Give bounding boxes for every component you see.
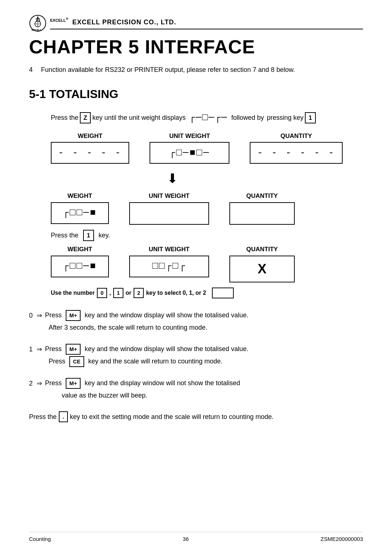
quantity-display-2 — [229, 202, 295, 225]
bottom-press-line: Press the . key to exit the setting mode… — [29, 411, 363, 422]
step-1-key[interactable]: M+ — [66, 344, 81, 355]
quantity-display-1: - - - - - - — [250, 142, 343, 164]
unitweight-section-2: UNIT WEIGHT — [129, 191, 209, 225]
quantity-val-2 — [258, 206, 266, 221]
unitweight-label-1: UNIT WEIGHT — [169, 131, 210, 141]
bottom-key[interactable]: . — [59, 411, 68, 422]
unitweight-display-1: ┌□─■□─ — [150, 142, 229, 164]
down-arrow-icon: ⬇ — [167, 171, 178, 186]
footer-right: ZSME200000003 — [320, 535, 363, 543]
display-group-1: WEIGHT - - - - - UNIT WEIGHT ┌□─■□─ QUAN… — [29, 131, 363, 164]
select-instruction-line: Use the number 0, 1 or 2 key to select 0… — [29, 288, 363, 298]
step-1-num: 1 ⇒ — [29, 344, 45, 354]
arrow-down: ⬇ — [29, 169, 363, 188]
quantity-val-1: - - - - - - — [257, 146, 335, 160]
select-end: key to select 0, 1, or 2 — [146, 289, 206, 297]
step-2-sub-text: value as the buzzer will beep. — [62, 392, 147, 399]
select-result-box — [212, 288, 234, 298]
footer-center: 36 — [183, 535, 189, 543]
bottom-text: key to exit the setting mode and the sca… — [70, 412, 274, 422]
unitweight-section-3: UNIT WEIGHT □□┌□┌ — [129, 245, 209, 277]
step-0-num: 0 ⇒ — [29, 310, 45, 321]
step-2-key[interactable]: M+ — [66, 378, 81, 389]
weight-val-3: ┌□□─■ — [63, 259, 97, 273]
press-1-label: Press the — [51, 232, 78, 239]
key-1-b[interactable]: 1 — [83, 230, 94, 241]
step-0: 0 ⇒ Press M+ key and the window display … — [29, 310, 363, 333]
step-1-press: Press — [45, 345, 62, 353]
quantity-label-1: QUANTITY — [281, 131, 312, 141]
section-title: 5-1 TOTALISING — [29, 85, 363, 103]
quantity-section-3: QUANTITY X — [229, 245, 295, 282]
z-key[interactable]: Z — [80, 112, 91, 124]
press-1-end: key. — [99, 232, 110, 239]
excell-logo: EXCELL — [29, 15, 46, 32]
step-0-number: 0 — [29, 312, 33, 319]
unitweight-section-1: UNIT WEIGHT ┌□─■□─ — [150, 131, 229, 164]
pressing-key-label: pressing key — [267, 113, 303, 123]
unitweight-label-2: UNIT WEIGHT — [149, 191, 189, 201]
press-1-line: Press the 1 key. — [29, 230, 363, 241]
select-text: Use the number — [51, 289, 95, 297]
weight-val-2: ┌□□─■ — [63, 206, 97, 220]
key-0[interactable]: 0 — [97, 288, 107, 298]
weight-label-1: WEIGHT — [78, 131, 102, 141]
intro-text: 4 Function available for RS232 or PRINTE… — [29, 65, 363, 75]
step-0-key[interactable]: M+ — [66, 310, 81, 321]
weight-val-1: - - - - - — [58, 146, 122, 160]
unitweight-val-1: ┌□─■□─ — [170, 146, 210, 160]
step-1-sub-key[interactable]: CE — [69, 356, 84, 367]
press-intro: Press the — [51, 113, 78, 123]
weight-section-2: WEIGHT ┌□□─■ — [51, 191, 109, 224]
display-group-3: WEIGHT ┌□□─■ UNIT WEIGHT □□┌□┌ QUANTITY … — [29, 245, 363, 282]
step-2-press: Press — [45, 379, 62, 387]
intro-number: 4 — [29, 66, 33, 73]
step-1-number: 1 — [29, 346, 33, 353]
press-end: followed by — [231, 113, 264, 123]
company-name: EXCELL PRECISION CO., LTD. — [72, 19, 176, 26]
press-mid: key until the unit weight displays — [92, 113, 185, 123]
step-0-text: key and the window display will show the… — [85, 311, 248, 319]
step-1: 1 ⇒ Press M+ key and the window display … — [29, 344, 363, 367]
unitweight-label-3: UNIT WEIGHT — [149, 245, 189, 254]
step-2-text: key and the display window will not show… — [85, 379, 240, 387]
press-z-line: Press the Z key until the unit weight di… — [29, 111, 363, 125]
unitweight-val-3: □□┌□┌ — [152, 259, 186, 273]
intro-body: Function available for RS232 or PRINTER … — [41, 66, 295, 73]
display-row-2: WEIGHT ┌□□─■ UNIT WEIGHT QUANTITY — [29, 191, 363, 225]
step-0-body: Press M+ key and the window display will… — [45, 310, 363, 333]
unitweight-display-2 — [129, 202, 209, 225]
step-2-number: 2 — [29, 380, 33, 387]
unitweight-display-3: □□┌□┌ — [129, 256, 209, 277]
step-1-sub-text: key and the scale will return to countin… — [88, 358, 222, 365]
footer-left: Counting — [29, 535, 51, 543]
step-2: 2 ⇒ Press M+ key and the display window … — [29, 378, 363, 401]
step-0-press: Press — [45, 311, 62, 319]
step-2-num: 2 ⇒ — [29, 378, 45, 388]
step-1-implies: ⇒ — [37, 346, 42, 353]
quantity-label-2: QUANTITY — [246, 191, 278, 201]
step-1-body: Press M+ key and the window display will… — [45, 344, 363, 367]
svg-text:EXCELL: EXCELL — [32, 29, 42, 31]
key-2[interactable]: 2 — [134, 288, 144, 298]
header: EXCELL EXCELL® EXCELL PRECISION CO., LTD… — [29, 15, 363, 32]
select-or: or — [126, 289, 131, 297]
chapter-title: CHAPTER 5 INTERFACE — [29, 33, 363, 61]
step-2-body: Press M+ key and the display window will… — [45, 378, 363, 401]
display-row-3: WEIGHT ┌□□─■ UNIT WEIGHT □□┌□┌ QUANTITY … — [29, 245, 363, 282]
key-1-press[interactable]: 1 — [305, 112, 315, 124]
bottom-press-label: Press the — [29, 412, 57, 422]
unitweight-val-2 — [166, 206, 173, 221]
weight-display-2: ┌□□─■ — [51, 202, 109, 224]
weight-section-3: WEIGHT ┌□□─■ — [51, 245, 109, 277]
center-display-inline: ┌─□─┌─ — [189, 111, 228, 125]
step-1-text: key and the window display will show the… — [85, 345, 248, 353]
quantity-section-2: QUANTITY — [229, 191, 295, 225]
step-2-implies: ⇒ — [37, 380, 42, 387]
weight-display-3: ┌□□─■ — [51, 256, 109, 277]
weight-display-1: - - - - - — [51, 142, 129, 164]
quantity-val-3: X — [258, 259, 266, 279]
key-1-c[interactable]: 1 — [113, 288, 123, 298]
footer: Counting 36 ZSME200000003 — [29, 532, 363, 543]
quantity-display-3: X — [229, 256, 295, 282]
